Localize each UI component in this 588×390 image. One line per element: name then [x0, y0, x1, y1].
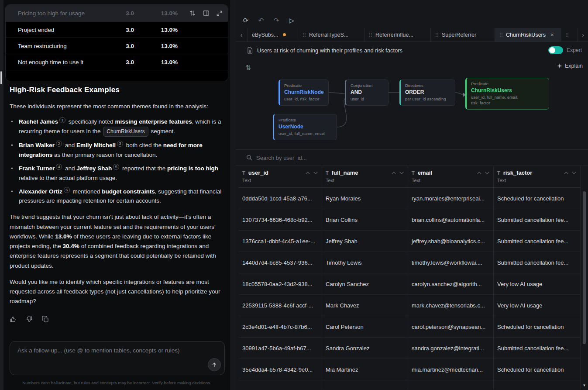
cell-email[interactable]: timothy.lewis@workflowai....	[408, 252, 494, 273]
table-row[interactable]: Not enough time to use it 3.0 13.0%	[6, 54, 228, 70]
table-row[interactable]: 22539115-5388-4c6f-accf-... Mark Chavez …	[239, 295, 581, 316]
cell-email[interactable]: sandra.gonzalez@integrati...	[408, 338, 494, 359]
cell-email[interactable]: mia.martinez@medtechan...	[408, 359, 494, 380]
chat-panel: Pricing too high for usage 3.0 13.0% Pr	[3, 0, 230, 390]
cell-risk-factor[interactable]: Scheduled for cancellation	[494, 316, 581, 337]
cell-full-name[interactable]: Mark Chavez	[322, 295, 408, 316]
tab-scroll-right-button[interactable]: ›	[578, 28, 588, 41]
cell-user-id[interactable]: 13073734-6636-468c-b92...	[239, 209, 322, 230]
sort-ascending-icon[interactable]	[306, 172, 310, 174]
table-row[interactable]: 1440d7d4-bc85-4537-936... Timothy Lewis …	[239, 252, 581, 273]
sort-ascending-icon[interactable]	[477, 172, 481, 174]
cell-email[interactable]: brian.collins@automationla...	[408, 209, 494, 230]
sort-ascending-icon[interactable]	[564, 172, 568, 174]
left-scrollbar-track[interactable]	[0, 0, 3, 390]
app-window: Pricing too high for usage 3.0 13.0% Pr	[0, 0, 588, 390]
table-row[interactable]: 0ddda50d-1ccd-45a8-a76... Ryan Morales r…	[239, 188, 581, 209]
cell-risk-factor[interactable]: Very low AI usage	[494, 273, 581, 294]
table-row[interactable]: 2c3e4d01-e4ff-4b7c-87b6... Carol Peterso…	[239, 316, 581, 338]
sort-descending-icon[interactable]	[485, 172, 489, 174]
close-icon[interactable]: ×	[550, 31, 554, 38]
cell-full-name[interactable]: Carol Peterson	[322, 316, 408, 337]
tab-referraltypes[interactable]: ReferralTypeS...	[298, 28, 364, 41]
column-header[interactable]: T user_id Text	[239, 166, 322, 187]
grid-scrollbar-track[interactable]: ▼	[582, 166, 586, 390]
composer[interactable]	[10, 341, 225, 375]
copy-button[interactable]	[42, 316, 49, 323]
cell-full-name[interactable]: Ryan Morales	[322, 188, 408, 209]
cell-risk-factor[interactable]: Submitted cancellation fee...	[494, 338, 581, 359]
thumbs-down-button[interactable]	[26, 316, 33, 323]
sort-descending-icon[interactable]	[572, 172, 576, 174]
table-row[interactable]: Team restructuring 3.0 13.0%	[6, 38, 228, 54]
row-percent: 13.0%	[134, 59, 178, 66]
run-button[interactable]: ▷	[285, 14, 298, 27]
graph-node-churnrisknode[interactable]: Predicate ChurnRiskNode user_id, risk_fa…	[279, 79, 329, 106]
cell-risk-factor[interactable]: Submitted cancellation fee...	[494, 252, 581, 273]
cell-user-id[interactable]: 35e4dda4-b578-4342-9e0...	[239, 359, 322, 380]
cell-user-id[interactable]: 30991a47-5b6a-49af-b67...	[239, 338, 322, 359]
refresh-button[interactable]: ⟳	[239, 14, 252, 27]
cell-full-name[interactable]: Sandra Gonzalez	[322, 338, 408, 359]
table-row[interactable]: 35e4dda4-b578-4342-9e0... Mia Martinez m…	[239, 359, 581, 380]
search-input[interactable]	[256, 155, 440, 161]
tab-scroll-left-button[interactable]: ‹	[236, 28, 247, 41]
column-header[interactable]: T email Text	[408, 166, 494, 187]
sort-descending-icon[interactable]	[313, 172, 318, 174]
redo-button[interactable]: ↷	[270, 14, 283, 27]
grid-scrollbar-thumb[interactable]	[583, 191, 586, 344]
cell-email[interactable]: carol.peterson@synapsean...	[408, 316, 494, 337]
table-row[interactable]: Project ended 3.0 13.0%	[6, 22, 228, 38]
cell-full-name[interactable]: Jeffrey Shah	[322, 231, 408, 252]
cell-risk-factor[interactable]: Scheduled for cancellation	[494, 188, 581, 209]
table-row[interactable]: 1376cca1-dbbf-4c45-a1ee-... Jeffrey Shah…	[239, 231, 581, 252]
graph-node-order[interactable]: Directives ORDER per user_id ascending	[399, 79, 455, 106]
sort-ascending-icon[interactable]	[392, 172, 396, 174]
graph-sort-button[interactable]: ⇅	[245, 64, 251, 72]
explain-button[interactable]: Explain	[557, 63, 583, 69]
column-header[interactable]: T risk_factor Text	[494, 166, 581, 187]
graph-node-usernode[interactable]: Predicate UserNode user_id, full_name, e…	[273, 114, 337, 140]
open-panel-button[interactable]	[203, 10, 210, 17]
graph-node-and[interactable]: Conjunction AND user_id	[345, 79, 389, 106]
cell-email[interactable]: ryan.morales@enterpriseai...	[408, 188, 494, 209]
table-row[interactable]: 18c05578-0aa2-43d2-938... Carolyn Sanche…	[239, 273, 581, 295]
table-row-partial	[239, 380, 581, 390]
tab-churnriskusers[interactable]: ChurnRiskUsers ×	[495, 28, 561, 41]
cell-risk-factor[interactable]: Very low AI usage	[494, 295, 581, 316]
send-button[interactable]	[208, 358, 221, 371]
tab-ebysubs[interactable]: eBySubs...	[247, 28, 298, 41]
follow-up-input[interactable]	[10, 342, 224, 375]
tab-superreferrer[interactable]: SuperReferrer	[430, 28, 495, 41]
table-row[interactable]: 30991a47-5b6a-49af-b67... Sandra Gonzale…	[239, 338, 581, 359]
cell-user-id[interactable]: 2c3e4d01-e4ff-4b7c-87b6...	[239, 316, 322, 337]
cell-risk-factor[interactable]: Submitted cancellation fee...	[494, 209, 581, 230]
tab-referrerinflue[interactable]: ReferrerInflue...	[364, 28, 430, 41]
expert-toggle[interactable]	[548, 46, 563, 54]
cell-full-name[interactable]: Brian Collins	[322, 209, 408, 230]
cell-user-id[interactable]: 0ddda50d-1ccd-45a8-a76...	[239, 188, 322, 209]
cell-full-name[interactable]: Timothy Lewis	[322, 252, 408, 273]
thumbs-up-button[interactable]	[10, 316, 17, 323]
cell-email[interactable]: mark.chavez@tensorlabs.c...	[408, 295, 494, 316]
column-header[interactable]: T full_name Text	[322, 166, 408, 187]
cell-risk-factor[interactable]: Submitted cancellation fee...	[494, 231, 581, 252]
cell-full-name[interactable]: Carolyn Sanchez	[322, 273, 408, 294]
swap-axes-button[interactable]	[189, 10, 196, 17]
sort-descending-icon[interactable]	[399, 172, 404, 174]
cell-user-id[interactable]: 1440d7d4-bc85-4537-936...	[239, 252, 322, 273]
cell-risk-factor[interactable]: Scheduled for cancellation	[494, 359, 581, 380]
expand-button[interactable]	[216, 10, 223, 17]
graph-node-churnriskusers[interactable]: Predicate ChurnRiskUsers user_id, full_n…	[465, 78, 549, 110]
left-scrollbar-thumb[interactable]	[0, 71, 2, 84]
cell-email[interactable]: jeffrey.shah@bioanalytics.c...	[408, 231, 494, 252]
cell-user-id[interactable]: 22539115-5388-4c6f-accf-...	[239, 295, 322, 316]
cell-email[interactable]: carolyn.sanchez@algorith...	[408, 273, 494, 294]
table-row[interactable]: Pricing too high for usage 3.0 13.0%	[6, 5, 228, 22]
table-row[interactable]: 13073734-6636-468c-b92... Brian Collins …	[239, 209, 581, 231]
cell-full-name[interactable]: Mia Martinez	[322, 359, 408, 380]
cell-user-id[interactable]: 1376cca1-dbbf-4c45-a1ee-...	[239, 231, 322, 252]
cell-user-id[interactable]: 18c05578-0aa2-43d2-938...	[239, 273, 322, 294]
node-columns: user_id, risk_factor	[284, 97, 324, 102]
undo-button[interactable]: ↶	[254, 14, 268, 27]
